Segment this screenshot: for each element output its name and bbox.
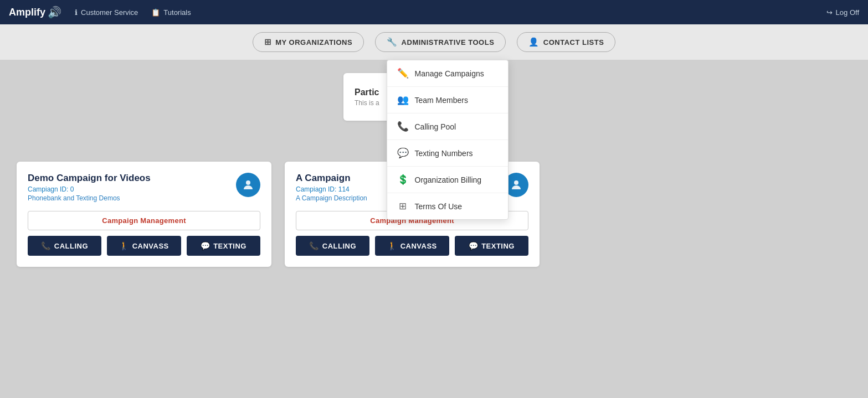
campaign-id-1: Campiagn ID: 114 (296, 185, 367, 193)
customer-service-link[interactable]: ℹ Customer Service (75, 8, 138, 17)
dropdown-manage-campaigns[interactable]: ✏️ Manage Campaigns (387, 60, 508, 87)
texting-numbers-label: Texting Numbers (415, 149, 473, 158)
app-logo: Amplify 🔊 (9, 6, 61, 19)
team-icon: 👥 (397, 94, 408, 106)
canvass-button-1[interactable]: 🚶 CANVASS (375, 236, 449, 256)
logout-label: Log Off (836, 8, 859, 17)
top-bar-links: ℹ Customer Service 📋 Tutorials (75, 8, 826, 17)
dropdown-calling-pool[interactable]: 📞 Calling Pool (387, 113, 508, 140)
action-buttons-0: 📞 CALLING 🚶 CANVASS 💬 TEXTING (28, 236, 260, 256)
calling-label-0: CALLING (54, 242, 88, 250)
administrative-tools-tab[interactable]: 🔧 ADMINISTRATIVE TOOLS (375, 32, 506, 52)
chat-icon: 💬 (397, 147, 408, 159)
campaign-name-0: Demo Campaign for Videos (28, 173, 151, 184)
logout-button[interactable]: ↪ Log Off (826, 8, 859, 17)
pencil-icon: ✏️ (397, 68, 408, 79)
partial-card-title: Partic (355, 87, 379, 97)
logo-text: Amplify (9, 7, 45, 18)
administrative-tools-label: ADMINISTRATIVE TOOLS (402, 38, 495, 46)
logout-icon: ↪ (826, 8, 833, 17)
my-organizations-label: MY ORGANIZATIONS (275, 38, 352, 46)
texting-button-1[interactable]: 💬 TEXTING (455, 236, 528, 256)
canvass-btn-icon-1: 🚶 (387, 241, 397, 250)
terms-icon: ⊞ (397, 200, 408, 212)
texting-label-0: TEXTING (213, 242, 246, 250)
canvass-btn-icon-0: 🚶 (119, 241, 129, 250)
texting-button-0[interactable]: 💬 TEXTING (187, 236, 260, 256)
svg-point-3 (514, 180, 518, 185)
manage-campaigns-label: Manage Campaigns (415, 69, 484, 78)
canvass-button-0[interactable]: 🚶 CANVASS (107, 236, 181, 256)
campaign-card-info-0: Demo Campaign for Videos Campiagn ID: 0 … (28, 173, 151, 202)
customer-service-label: Customer Service (81, 8, 138, 17)
text-btn-icon-0: 💬 (201, 241, 210, 250)
svg-point-1 (246, 180, 250, 185)
calling-label-1: CALLING (322, 242, 356, 250)
phone-btn-icon-1: 📞 (309, 241, 319, 250)
campaign-avatar-0 (236, 173, 260, 197)
canvass-label-1: CANVASS (400, 242, 437, 250)
campaign-name-1: A Campaign (296, 173, 367, 184)
campaign-card-info-1: A Campaign Campiagn ID: 114 A Campaign D… (296, 173, 367, 202)
contact-lists-tab[interactable]: 👤 CONTACT LISTS (517, 32, 615, 52)
campaign-desc-0: Phonebank and Texting Demos (28, 194, 151, 202)
phone-btn-icon-0: 📞 (41, 241, 51, 250)
info-icon: ℹ (75, 8, 78, 17)
phone-icon: 📞 (397, 121, 408, 132)
contact-lists-label: CONTACT LISTS (543, 38, 604, 46)
billing-icon: 💲 (397, 174, 408, 185)
canvass-label-0: CANVASS (132, 242, 169, 250)
action-buttons-1: 📞 CALLING 🚶 CANVASS 💬 TEXTING (296, 236, 528, 256)
text-btn-icon-1: 💬 (469, 241, 479, 250)
grid-icon: ⊞ (264, 37, 272, 47)
my-organizations-tab[interactable]: ⊞ MY ORGANIZATIONS (253, 32, 364, 52)
dropdown-texting-numbers[interactable]: 💬 Texting Numbers (387, 140, 508, 167)
calling-button-1[interactable]: 📞 CALLING (296, 236, 369, 256)
org-billing-label: Organization Billing (415, 175, 482, 184)
top-bar: Amplify 🔊 ℹ Customer Service 📋 Tutorials… (0, 0, 868, 24)
calling-pool-label: Calling Pool (415, 122, 456, 131)
campaign-card-0: Demo Campaign for Videos Campiagn ID: 0 … (17, 162, 271, 267)
tutorials-icon: 📋 (151, 8, 160, 17)
team-members-label: Team Members (415, 96, 468, 105)
campaign-card-header-0: Demo Campaign for Videos Campiagn ID: 0 … (28, 173, 260, 202)
secondary-nav: ⊞ MY ORGANIZATIONS 🔧 ADMINISTRATIVE TOOL… (0, 24, 868, 60)
campaign-id-0: Campiagn ID: 0 (28, 185, 151, 193)
dropdown-team-members[interactable]: 👥 Team Members (387, 87, 508, 113)
texting-label-1: TEXTING (481, 242, 515, 250)
top-bar-right: ↪ Log Off (826, 8, 859, 17)
campaign-mgmt-button-0[interactable]: Campaign Management (28, 211, 260, 230)
logo-icon: 🔊 (48, 6, 61, 19)
tutorials-label: Tutorials (163, 8, 191, 17)
campaign-desc-1: A Campaign Description (296, 194, 367, 202)
dropdown-org-billing[interactable]: 💲 Organization Billing (387, 167, 508, 193)
calling-button-0[interactable]: 📞 CALLING (28, 236, 101, 256)
dropdown-terms-of-use[interactable]: ⊞ Terms Of Use (387, 193, 508, 219)
contacts-icon: 👤 (528, 37, 540, 47)
tutorials-link[interactable]: 📋 Tutorials (151, 8, 191, 17)
partial-card-subtitle: This is a (355, 99, 379, 107)
partial-card-text: Partic This is a (355, 87, 379, 107)
wrench-icon: 🔧 (387, 37, 398, 47)
admin-tools-dropdown: ✏️ Manage Campaigns 👥 Team Members 📞 Cal… (387, 60, 509, 220)
terms-of-use-label: Terms Of Use (415, 202, 463, 211)
